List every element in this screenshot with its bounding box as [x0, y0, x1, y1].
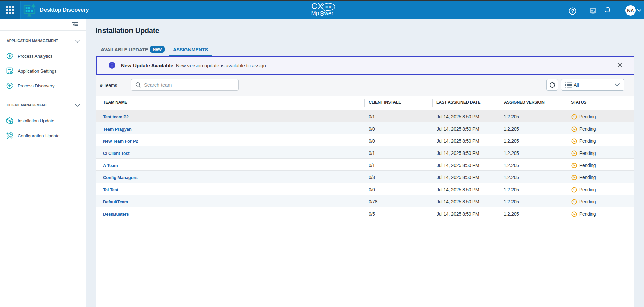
status-label: Pending [579, 187, 596, 192]
help-icon[interactable] [569, 7, 576, 15]
assigned-version-cell: 1.2.205 [500, 175, 567, 180]
column-header-status[interactable]: STATUS [567, 96, 634, 110]
sidebar-section-application-management[interactable]: APPLICATION MANAGEMENT [7, 38, 58, 44]
main-content: Installation Update AVAILABLE UPDATE New… [86, 19, 644, 307]
status-label: Pending [579, 211, 596, 217]
sidebar-section-client-management[interactable]: CLIENT MANAGEMENT [7, 103, 47, 108]
table-row[interactable]: Test team P2 0/1 Jul 14, 2025 8:50 PM 1.… [96, 110, 634, 122]
last-assigned-date-cell: Jul 14, 2025 8:50 PM [432, 150, 500, 156]
sidebar-item-label: Installation Update [18, 118, 54, 123]
client-install-cell: 0/3 [364, 175, 432, 180]
sidebar-item-installation-update[interactable]: Installation Update [0, 113, 86, 128]
sidebar-item-application-settings[interactable]: Application Settings [0, 63, 86, 78]
section-chevron-down-icon[interactable] [75, 104, 80, 107]
client-install-cell: 0/1 [364, 150, 432, 156]
status-cell: Pending [567, 163, 634, 168]
column-header-assigned-version[interactable]: ASSIGNED VERSION [500, 96, 567, 110]
search-team-box [131, 79, 239, 91]
table-header-row: TEAM NAME CLIENT INSTALL LAST ASSIGNED D… [96, 96, 634, 110]
svg-text:Mp: Mp [311, 10, 319, 16]
assigned-version-cell: 1.2.205 [500, 150, 567, 156]
screen-share-icon[interactable] [590, 7, 596, 14]
info-banner: New Update Available New version update … [96, 56, 634, 75]
team-name-link[interactable]: DeskBusters [96, 212, 364, 217]
refresh-button[interactable] [546, 79, 558, 91]
pending-clock-icon [571, 150, 577, 156]
sidebar-item-configuration-update[interactable]: Configuration Update [0, 128, 86, 143]
table-row[interactable]: Team Pragyan 0/0 Jul 14, 2025 8:50 PM 1.… [96, 122, 634, 134]
assigned-version-cell: 1.2.205 [500, 138, 567, 144]
avatar-chevron-down-icon[interactable] [637, 9, 642, 12]
table-row[interactable]: DeskBusters 0/5 Jul 14, 2025 8:50 PM 1.2… [96, 207, 634, 219]
table-row[interactable]: A Team 0/1 Jul 14, 2025 8:50 PM 1.2.205 … [96, 159, 634, 171]
refresh-icon [549, 82, 556, 88]
sidebar-item-label: Process Discovery [18, 83, 54, 88]
team-name-link[interactable]: Config Managers [96, 175, 364, 180]
desktop-discovery-logo-icon [23, 3, 37, 17]
tab-bar: AVAILABLE UPDATE New ASSIGNMENTS [96, 45, 212, 54]
sidebar-item-process-analytics[interactable]: Process Analytics [0, 49, 86, 63]
banner-close-icon[interactable] [617, 63, 622, 67]
status-cell: Pending [567, 211, 634, 217]
last-assigned-date-cell: Jul 14, 2025 8:50 PM [432, 163, 500, 168]
column-header-last-assigned-date[interactable]: LAST ASSIGNED DATE [432, 96, 500, 110]
pending-clock-icon [571, 138, 577, 144]
list-icon [565, 82, 572, 88]
table-row[interactable]: CI Client Test 0/1 Jul 14, 2025 8:50 PM … [96, 146, 634, 159]
table-row[interactable]: Config Managers 0/3 Jul 14, 2025 8:50 PM… [96, 171, 634, 183]
team-name-link[interactable]: CI Client Test [96, 151, 364, 156]
status-filter-select[interactable]: All [561, 79, 624, 91]
status-label: Pending [579, 138, 596, 144]
status-cell: Pending [567, 175, 634, 180]
document-gear-icon [6, 67, 13, 75]
column-header-team-name[interactable]: TEAM NAME [96, 96, 364, 110]
pending-clock-icon [571, 175, 577, 180]
avatar-initials: NA [627, 8, 634, 13]
team-name-link[interactable]: Test team P2 [96, 114, 364, 119]
sidebar-divider [0, 30, 86, 31]
team-count: 9 Teams [100, 75, 117, 96]
app-launcher-button[interactable] [0, 1, 20, 19]
assigned-version-cell: 1.2.205 [500, 187, 567, 192]
assigned-version-cell: 1.2.205 [500, 199, 567, 204]
last-assigned-date-cell: Jul 14, 2025 8:50 PM [432, 138, 500, 144]
info-icon [109, 62, 115, 69]
waffle-grid-icon [6, 6, 14, 14]
assigned-version-cell: 1.2.205 [500, 211, 567, 217]
status-cell: Pending [567, 138, 634, 144]
status-label: Pending [579, 126, 596, 132]
user-avatar[interactable]: NA [625, 5, 636, 16]
svg-text:wer: wer [324, 10, 334, 16]
notifications-bell-icon[interactable] [604, 7, 611, 15]
last-assigned-date-cell: Jul 14, 2025 8:50 PM [432, 114, 500, 119]
sidebar-item-label: Process Analytics [18, 54, 52, 59]
tab-assignments[interactable]: ASSIGNMENTS [169, 45, 212, 54]
pending-clock-icon [571, 187, 577, 193]
topbar-divider [618, 5, 618, 15]
search-team-input[interactable] [144, 82, 234, 88]
table-row[interactable]: Tal Test 0/0 Jul 14, 2025 8:50 PM 1.2.20… [96, 183, 634, 195]
client-install-cell: 0/0 [364, 187, 432, 192]
filter-chevron-down-icon [614, 83, 620, 87]
banner-message: New version update is available to assig… [176, 63, 267, 68]
column-header-client-install[interactable]: CLIENT INSTALL [364, 96, 432, 110]
last-assigned-date-cell: Jul 14, 2025 8:50 PM [432, 126, 500, 132]
team-name-link[interactable]: DefaultTeam [96, 199, 364, 204]
team-name-link[interactable]: A Team [96, 163, 364, 168]
section-chevron-down-icon[interactable] [75, 39, 80, 43]
sidebar-collapse-icon[interactable] [72, 22, 79, 27]
team-name-link[interactable]: Team Pragyan [96, 127, 364, 132]
status-cell: Pending [567, 187, 634, 193]
pending-clock-icon [571, 199, 577, 205]
team-name-link[interactable]: Tal Test [96, 187, 364, 192]
table-row[interactable]: DefaultTeam 0/78 Jul 14, 2025 8:50 PM 1.… [96, 195, 634, 207]
svg-text:CX: CX [311, 2, 323, 11]
team-name-link[interactable]: New Team For P2 [96, 139, 364, 144]
table-toolbar: 9 Teams [96, 75, 634, 96]
tab-available-update[interactable]: AVAILABLE UPDATE New [96, 45, 169, 54]
status-label: Pending [579, 114, 596, 119]
table-row[interactable]: New Team For P2 0/0 Jul 14, 2025 8:50 PM… [96, 134, 634, 146]
sidebar-item-process-discovery[interactable]: Process Discovery [0, 78, 86, 93]
tab-label: ASSIGNMENTS [173, 47, 208, 52]
process-cycle-icon [6, 52, 13, 60]
